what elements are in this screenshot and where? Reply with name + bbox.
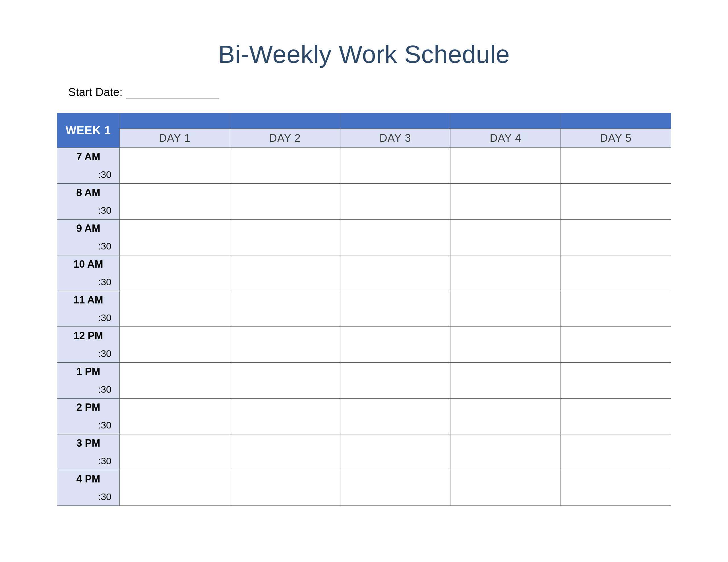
schedule-cell[interactable] <box>340 291 450 309</box>
schedule-cell[interactable] <box>120 362 230 380</box>
schedule-cell[interactable] <box>230 434 340 452</box>
schedule-cell[interactable] <box>450 184 561 202</box>
schedule-cell[interactable] <box>340 416 450 434</box>
schedule-cell[interactable] <box>340 166 450 184</box>
schedule-cell[interactable] <box>450 362 561 380</box>
schedule-cell[interactable] <box>450 398 561 416</box>
schedule-cell[interactable] <box>340 273 450 291</box>
schedule-cell[interactable] <box>340 219 450 237</box>
schedule-cell[interactable] <box>230 237 340 255</box>
schedule-cell[interactable] <box>230 202 340 219</box>
schedule-cell[interactable] <box>340 255 450 273</box>
schedule-cell[interactable] <box>120 148 230 166</box>
schedule-cell[interactable] <box>561 309 671 327</box>
schedule-cell[interactable] <box>450 291 561 309</box>
schedule-cell[interactable] <box>561 273 671 291</box>
schedule-cell[interactable] <box>561 488 671 506</box>
schedule-cell[interactable] <box>340 488 450 506</box>
schedule-cell[interactable] <box>230 148 340 166</box>
schedule-cell[interactable] <box>120 166 230 184</box>
schedule-cell[interactable] <box>450 470 561 488</box>
schedule-cell[interactable] <box>340 434 450 452</box>
schedule-cell[interactable] <box>230 380 340 398</box>
schedule-cell[interactable] <box>561 237 671 255</box>
schedule-cell[interactable] <box>230 470 340 488</box>
schedule-cell[interactable] <box>120 398 230 416</box>
schedule-cell[interactable] <box>120 184 230 202</box>
schedule-cell[interactable] <box>230 255 340 273</box>
schedule-cell[interactable] <box>450 273 561 291</box>
schedule-cell[interactable] <box>120 345 230 362</box>
schedule-cell[interactable] <box>230 327 340 345</box>
schedule-cell[interactable] <box>120 291 230 309</box>
schedule-cell[interactable] <box>561 219 671 237</box>
schedule-cell[interactable] <box>450 166 561 184</box>
schedule-cell[interactable] <box>340 345 450 362</box>
schedule-cell[interactable] <box>340 362 450 380</box>
schedule-cell[interactable] <box>230 219 340 237</box>
schedule-cell[interactable] <box>120 309 230 327</box>
schedule-cell[interactable] <box>230 166 340 184</box>
schedule-cell[interactable] <box>230 362 340 380</box>
schedule-cell[interactable] <box>340 309 450 327</box>
schedule-cell[interactable] <box>120 273 230 291</box>
schedule-cell[interactable] <box>230 416 340 434</box>
schedule-cell[interactable] <box>230 291 340 309</box>
schedule-cell[interactable] <box>340 380 450 398</box>
schedule-cell[interactable] <box>230 345 340 362</box>
schedule-cell[interactable] <box>340 237 450 255</box>
schedule-cell[interactable] <box>120 255 230 273</box>
schedule-cell[interactable] <box>450 219 561 237</box>
schedule-cell[interactable] <box>450 380 561 398</box>
schedule-cell[interactable] <box>561 255 671 273</box>
schedule-cell[interactable] <box>120 434 230 452</box>
schedule-cell[interactable] <box>230 309 340 327</box>
schedule-cell[interactable] <box>120 470 230 488</box>
schedule-cell[interactable] <box>230 184 340 202</box>
schedule-cell[interactable] <box>340 327 450 345</box>
schedule-cell[interactable] <box>450 255 561 273</box>
schedule-cell[interactable] <box>340 202 450 219</box>
schedule-cell[interactable] <box>450 202 561 219</box>
schedule-cell[interactable] <box>120 237 230 255</box>
schedule-cell[interactable] <box>340 148 450 166</box>
schedule-cell[interactable] <box>450 488 561 506</box>
schedule-cell[interactable] <box>450 345 561 362</box>
schedule-cell[interactable] <box>340 184 450 202</box>
schedule-cell[interactable] <box>450 148 561 166</box>
schedule-cell[interactable] <box>561 362 671 380</box>
start-date-input[interactable] <box>126 87 219 99</box>
schedule-cell[interactable] <box>450 309 561 327</box>
schedule-cell[interactable] <box>340 398 450 416</box>
schedule-cell[interactable] <box>561 434 671 452</box>
schedule-cell[interactable] <box>561 345 671 362</box>
schedule-cell[interactable] <box>561 398 671 416</box>
schedule-cell[interactable] <box>561 202 671 219</box>
schedule-cell[interactable] <box>450 237 561 255</box>
schedule-cell[interactable] <box>561 452 671 470</box>
schedule-cell[interactable] <box>340 470 450 488</box>
schedule-cell[interactable] <box>561 470 671 488</box>
schedule-cell[interactable] <box>450 416 561 434</box>
schedule-cell[interactable] <box>230 488 340 506</box>
schedule-cell[interactable] <box>450 327 561 345</box>
schedule-cell[interactable] <box>120 219 230 237</box>
schedule-cell[interactable] <box>230 452 340 470</box>
schedule-cell[interactable] <box>561 416 671 434</box>
schedule-cell[interactable] <box>450 434 561 452</box>
schedule-cell[interactable] <box>561 166 671 184</box>
schedule-cell[interactable] <box>230 398 340 416</box>
schedule-cell[interactable] <box>450 452 561 470</box>
schedule-cell[interactable] <box>120 202 230 219</box>
schedule-cell[interactable] <box>561 291 671 309</box>
schedule-cell[interactable] <box>561 327 671 345</box>
schedule-cell[interactable] <box>340 452 450 470</box>
schedule-cell[interactable] <box>120 380 230 398</box>
schedule-cell[interactable] <box>120 452 230 470</box>
schedule-cell[interactable] <box>561 184 671 202</box>
schedule-cell[interactable] <box>561 380 671 398</box>
schedule-cell[interactable] <box>120 488 230 506</box>
schedule-cell[interactable] <box>230 273 340 291</box>
schedule-cell[interactable] <box>120 327 230 345</box>
schedule-cell[interactable] <box>561 148 671 166</box>
